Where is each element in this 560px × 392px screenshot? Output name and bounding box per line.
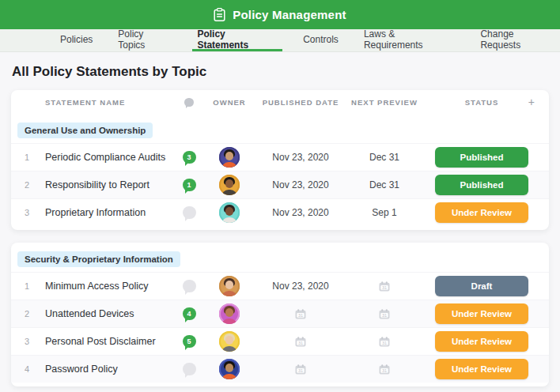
- group-header: Security & Proprietary Information: [17, 251, 180, 267]
- table-row[interactable]: 1 Minimum Access Policy Nov 23, 2020 31 …: [11, 272, 549, 300]
- svg-text:31: 31: [382, 285, 387, 289]
- table-row[interactable]: 1 Periodic Compliance Audits 3 Nov 23, 2…: [11, 143, 549, 171]
- row-number: 1: [11, 281, 43, 291]
- group-card: STATEMENT NAME OWNER PUBLISHED DATE NEXT…: [11, 90, 549, 230]
- add-column-button[interactable]: +: [528, 96, 535, 107]
- group-header: General Use and Ownership: [17, 122, 153, 138]
- group-card: Security & Proprietary Information 1 Min…: [11, 243, 549, 386]
- svg-text:31: 31: [382, 368, 387, 372]
- column-published-date: PUBLISHED DATE: [253, 98, 348, 107]
- group-rows: 1 Periodic Compliance Audits 3 Nov 23, 2…: [11, 143, 549, 226]
- calendar-icon[interactable]: 31: [379, 281, 390, 292]
- app-header: Policy Management: [0, 0, 560, 29]
- svg-text:31: 31: [298, 340, 303, 345]
- tab-label: Policy Topics: [118, 28, 172, 51]
- table-row[interactable]: 3 Personal Post Disclaimer 5 31 31: [11, 327, 549, 355]
- owner-avatar: [219, 359, 240, 379]
- comment-count-badge[interactable]: [183, 363, 196, 375]
- tab-controls[interactable]: Controls: [298, 29, 343, 51]
- table-area: STATEMENT NAME OWNER PUBLISHED DATE NEXT…: [0, 90, 560, 386]
- tab-bar: Policies Policy Topics Policy Statements…: [0, 29, 560, 52]
- table-row[interactable]: 4 Password Policy 31 31: [11, 355, 549, 383]
- page-title: All Policy Statements by Topic: [12, 64, 560, 80]
- svg-text:31: 31: [298, 368, 303, 372]
- status-badge[interactable]: Under Review: [435, 331, 528, 352]
- next-preview-date: Dec 31: [369, 152, 399, 163]
- tab-policies[interactable]: Policies: [55, 29, 97, 51]
- owner-avatar: [219, 276, 240, 296]
- tab-policy-topics[interactable]: Policy Topics: [113, 29, 176, 51]
- comment-count-badge[interactable]: 5: [183, 335, 196, 348]
- calendar-icon[interactable]: 31: [295, 364, 306, 375]
- row-number: 3: [11, 208, 43, 217]
- calendar-icon[interactable]: 31: [295, 309, 306, 319]
- tab-change-requests[interactable]: Change Requests: [475, 29, 560, 51]
- statement-name: Password Policy: [43, 364, 172, 375]
- status-badge[interactable]: Draft: [435, 276, 528, 296]
- status-badge[interactable]: Under Review: [435, 303, 528, 324]
- statement-name: Unattended Devices: [43, 308, 172, 319]
- status-badge[interactable]: Published: [435, 147, 528, 168]
- owner-avatar: [219, 175, 240, 195]
- statement-name: Minimum Access Policy: [43, 281, 172, 292]
- tab-label: Policy Statements: [197, 28, 278, 51]
- tab-label: Change Requests: [480, 28, 555, 51]
- comment-count-badge[interactable]: 3: [183, 151, 196, 164]
- column-header-row: STATEMENT NAME OWNER PUBLISHED DATE NEXT…: [11, 90, 549, 114]
- column-status: STATUS: [435, 98, 528, 107]
- statement-name: Personal Post Disclaimer: [43, 336, 172, 347]
- comment-count-badge[interactable]: [183, 280, 196, 292]
- tab-label: Laws & Requirements: [364, 28, 456, 51]
- svg-text:31: 31: [382, 340, 387, 345]
- statement-name: Responsibility to Report: [43, 179, 172, 190]
- clipboard-icon: [214, 8, 225, 21]
- next-preview-date: Dec 31: [369, 179, 399, 190]
- column-owner: OWNER: [206, 98, 253, 107]
- published-date: Nov 23, 2020: [272, 152, 328, 163]
- statement-name: Proprietary Information: [43, 207, 172, 218]
- comment-count-badge[interactable]: [183, 206, 196, 219]
- table-row[interactable]: 2 Unattended Devices 4 31 31: [11, 300, 549, 327]
- calendar-icon[interactable]: 31: [379, 337, 390, 347]
- owner-avatar: [219, 331, 240, 352]
- column-next-preview: NEXT PREVIEW: [348, 98, 421, 107]
- app-title: Policy Management: [233, 8, 346, 21]
- comment-count-badge[interactable]: 4: [183, 307, 196, 320]
- owner-avatar: [219, 303, 240, 324]
- svg-text:31: 31: [298, 312, 303, 317]
- svg-text:31: 31: [382, 312, 387, 317]
- row-number: 2: [11, 309, 43, 318]
- row-number: 1: [11, 153, 43, 162]
- owner-avatar: [219, 202, 240, 223]
- status-badge[interactable]: Published: [435, 175, 528, 195]
- statement-name: Periodic Compliance Audits: [43, 152, 172, 163]
- comment-count-badge[interactable]: 1: [183, 179, 196, 191]
- calendar-icon[interactable]: 31: [295, 337, 306, 347]
- published-date: Nov 23, 2020: [272, 207, 328, 218]
- calendar-icon[interactable]: 31: [379, 364, 390, 375]
- tab-label: Controls: [303, 34, 339, 45]
- tab-label: Policies: [60, 34, 93, 45]
- row-number: 3: [11, 337, 43, 346]
- comments-column-icon: [184, 98, 194, 107]
- group-rows: 1 Minimum Access Policy Nov 23, 2020 31 …: [11, 272, 549, 383]
- row-number: 4: [11, 364, 43, 374]
- published-date: Nov 23, 2020: [272, 179, 328, 190]
- status-badge[interactable]: Under Review: [435, 202, 528, 223]
- table-row[interactable]: 2 Responsibility to Report 1 Nov 23, 202…: [11, 171, 549, 198]
- published-date: Nov 23, 2020: [272, 281, 328, 292]
- owner-avatar: [219, 147, 240, 168]
- table-row[interactable]: 3 Proprietary Information Nov 23, 2020 S…: [11, 198, 549, 226]
- tab-laws-requirements[interactable]: Laws & Requirements: [359, 29, 460, 51]
- row-number: 2: [11, 180, 43, 190]
- column-statement-name: STATEMENT NAME: [43, 98, 172, 107]
- calendar-icon[interactable]: 31: [379, 309, 390, 319]
- next-preview-date: Sep 1: [372, 207, 396, 218]
- status-badge[interactable]: Under Review: [435, 359, 528, 379]
- tab-policy-statements[interactable]: Policy Statements: [192, 29, 282, 51]
